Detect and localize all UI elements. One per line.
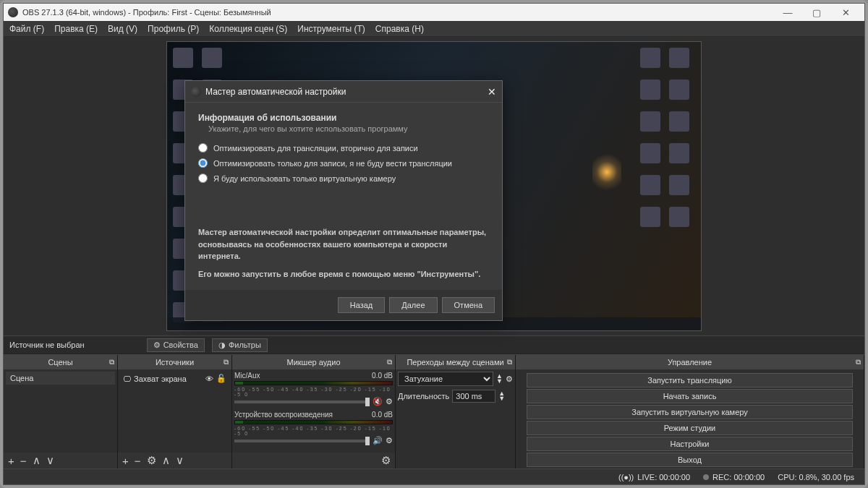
- duration-input[interactable]: [452, 390, 495, 403]
- window-title: OBS 27.1.3 (64-bit, windows) - Профиль: …: [22, 8, 271, 17]
- sources-title: Источники: [156, 358, 194, 367]
- status-cpu: CPU: 0.8%, 30.00 fps: [778, 473, 854, 481]
- scenes-title: Сцены: [48, 358, 72, 367]
- duration-stepper[interactable]: ▲▼: [498, 391, 505, 401]
- source-item[interactable]: 🖵 Захват экрана 👁 🔓: [120, 372, 229, 385]
- start-recording-button[interactable]: Начать запись: [527, 389, 853, 403]
- radio-virtualcam[interactable]: [198, 174, 208, 183]
- properties-button[interactable]: ⚙Свойства: [147, 338, 205, 352]
- desktop-icons-right: [640, 48, 695, 236]
- minimize-button[interactable]: —: [773, 7, 802, 18]
- menu-view[interactable]: Вид (V): [108, 24, 137, 34]
- popout-icon[interactable]: ⧉: [109, 358, 114, 367]
- mixer-settings-button[interactable]: ⚙: [381, 454, 391, 467]
- mixer-title: Микшер аудио: [286, 358, 340, 367]
- source-settings-button[interactable]: ⚙: [147, 454, 156, 467]
- sources-dock: Источники⧉ 🖵 Захват экрана 👁 🔓 + − ⚙ ∧ ∨: [118, 355, 232, 468]
- controls-dock: Управление⧉ Запустить трансляцию Начать …: [516, 355, 864, 468]
- channel-settings-button[interactable]: ⚙: [386, 397, 393, 406]
- wizard-heading: Информация об использовании: [198, 113, 489, 123]
- menu-file[interactable]: Файл (F): [9, 24, 44, 34]
- wizard-option-streaming[interactable]: Оптимизировать для трансляции, вторично …: [198, 143, 489, 153]
- settings-button[interactable]: Настройки: [527, 437, 853, 451]
- scene-item[interactable]: Сцена: [6, 372, 115, 385]
- radio-streaming[interactable]: [198, 143, 208, 153]
- preview-area: Мастер автоматической настройки ✕ Информ…: [4, 37, 864, 335]
- audio-mixer-dock: Микшер аудио⧉ Mic/Aux0.0 dB -60 -55 -50 …: [232, 355, 396, 468]
- remove-scene-button[interactable]: −: [20, 455, 27, 467]
- menu-profile[interactable]: Профиль (P): [148, 24, 199, 34]
- lock-toggle[interactable]: 🔓: [216, 374, 226, 383]
- transition-stepper[interactable]: ▲▼: [496, 374, 503, 384]
- filter-icon: ◑: [218, 341, 226, 350]
- docks-row: Сцены⧉ Сцена + − ∧ ∨ Источники⧉ 🖵 Захват…: [4, 354, 864, 468]
- add-scene-button[interactable]: +: [8, 455, 14, 467]
- auto-config-wizard: Мастер автоматической настройки ✕ Информ…: [184, 80, 503, 321]
- controls-title: Управление: [668, 358, 712, 367]
- titlebar[interactable]: OBS 27.1.3 (64-bit, windows) - Профиль: …: [4, 4, 864, 21]
- popout-icon[interactable]: ⧉: [507, 358, 512, 367]
- transition-properties-button[interactable]: ⚙: [506, 374, 513, 384]
- wizard-footer-text-1: Мастер автоматической настройки определи…: [198, 226, 489, 262]
- obs-logo-icon: [191, 87, 201, 97]
- record-dot-icon: [703, 474, 709, 480]
- obs-logo-icon: [8, 7, 18, 17]
- wizard-option-virtualcam[interactable]: Я буду использовать только виртуальную к…: [198, 174, 489, 183]
- menubar: Файл (F) Правка (E) Вид (V) Профиль (P) …: [4, 21, 864, 37]
- popout-icon[interactable]: ⧉: [856, 358, 861, 367]
- transitions-dock: Переходы между сценами⧉ Затухание ▲▼ ⚙ Д…: [396, 355, 516, 468]
- wizard-back-button[interactable]: Назад: [338, 297, 386, 313]
- start-virtualcam-button[interactable]: Запустить виртуальную камеру: [527, 405, 853, 419]
- filters-button[interactable]: ◑Фильтры: [212, 338, 268, 352]
- audio-meter: [234, 420, 393, 424]
- broadcast-icon: ((●)): [618, 473, 634, 481]
- wizard-subheading: Укажите, для чего вы хотите использовать…: [208, 124, 489, 133]
- popout-icon[interactable]: ⧉: [387, 358, 392, 367]
- wizard-footer-text-2: Его можно запустить в любое время с помо…: [198, 268, 489, 281]
- maximize-button[interactable]: ▢: [802, 7, 831, 18]
- gear-icon: ⚙: [153, 341, 161, 350]
- scene-down-button[interactable]: ∨: [46, 454, 54, 467]
- exit-button[interactable]: Выход: [527, 453, 853, 467]
- status-live: ((●))LIVE: 00:00:00: [618, 473, 690, 481]
- mixer-channel-mic: Mic/Aux0.0 dB -60 -55 -50 -45 -40 -35 -3…: [234, 372, 393, 406]
- wizard-next-button[interactable]: Далее: [389, 297, 437, 313]
- scene-up-button[interactable]: ∧: [33, 454, 41, 467]
- radio-recording[interactable]: [198, 158, 208, 168]
- menu-scene-collection[interactable]: Коллекция сцен (S): [209, 24, 287, 34]
- add-source-button[interactable]: +: [122, 455, 129, 467]
- transitions-title: Переходы между сценами: [407, 358, 503, 367]
- source-down-button[interactable]: ∨: [176, 454, 184, 467]
- close-button[interactable]: ✕: [831, 7, 860, 18]
- mixer-channel-desktop: Устройство воспроизведения0.0 dB -60 -55…: [234, 411, 393, 445]
- start-streaming-button[interactable]: Запустить трансляцию: [527, 373, 853, 388]
- transition-select[interactable]: Затухание: [398, 372, 493, 386]
- popout-icon[interactable]: ⧉: [224, 358, 229, 367]
- menu-edit[interactable]: Правка (E): [54, 24, 98, 34]
- lantern-glow: [592, 150, 621, 194]
- menu-tools[interactable]: Инструменты (T): [297, 24, 365, 34]
- wizard-close-button[interactable]: ✕: [488, 86, 496, 98]
- menu-help[interactable]: Справка (H): [375, 24, 424, 34]
- visibility-toggle[interactable]: 👁: [205, 374, 213, 383]
- no-source-selected-label: Источник не выбран: [9, 341, 85, 349]
- display-capture-icon: 🖵: [123, 374, 131, 383]
- source-up-button[interactable]: ∧: [162, 454, 170, 467]
- mute-button[interactable]: 🔊: [373, 436, 383, 445]
- volume-slider[interactable]: [234, 401, 370, 403]
- studio-mode-button[interactable]: Режим студии: [527, 421, 853, 435]
- statusbar: ((●))LIVE: 00:00:00 REC: 00:00:00 CPU: 0…: [4, 468, 864, 484]
- mute-button[interactable]: 🔇: [373, 397, 383, 406]
- wizard-cancel-button[interactable]: Отмена: [442, 297, 495, 313]
- volume-slider[interactable]: [234, 440, 370, 442]
- status-rec: REC: 00:00:00: [703, 473, 765, 481]
- obs-main-window: OBS 27.1.3 (64-bit, windows) - Профиль: …: [3, 3, 865, 485]
- source-label: Захват экрана: [134, 374, 187, 383]
- remove-source-button[interactable]: −: [135, 455, 141, 467]
- channel-settings-button[interactable]: ⚙: [386, 436, 393, 445]
- source-toolbar: Источник не выбран ⚙Свойства ◑Фильтры: [4, 335, 864, 354]
- duration-label: Длительность: [398, 392, 449, 401]
- scenes-dock: Сцены⧉ Сцена + − ∧ ∨: [4, 355, 118, 468]
- audio-meter: [234, 381, 393, 385]
- wizard-option-recording[interactable]: Оптимизировать только для записи, я не б…: [198, 158, 489, 168]
